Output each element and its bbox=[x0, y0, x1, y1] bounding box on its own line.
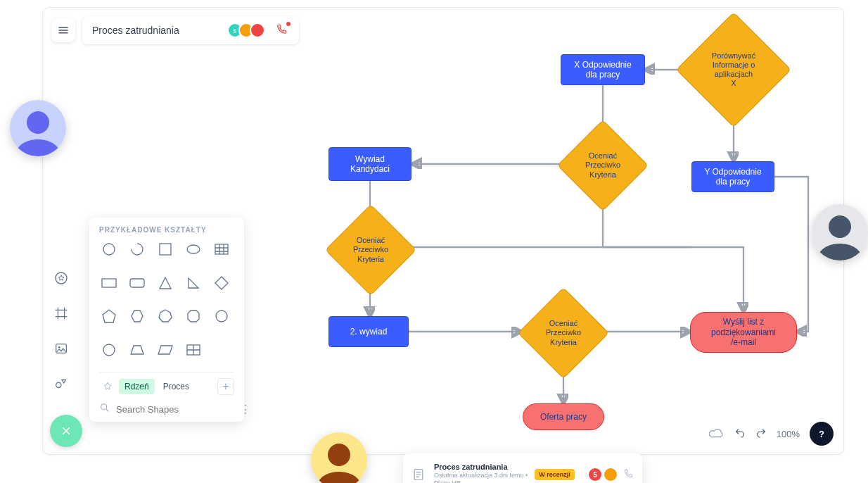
zoom-level[interactable]: 100% bbox=[777, 429, 800, 439]
shape-heptagon[interactable] bbox=[155, 306, 175, 326]
pin-icon[interactable] bbox=[99, 378, 116, 395]
shape-table[interactable] bbox=[212, 239, 231, 259]
shape-trapezoid[interactable] bbox=[127, 340, 147, 360]
shape-arc[interactable] bbox=[127, 239, 147, 259]
node-label: X Odpowiedniedla pracy bbox=[574, 60, 631, 80]
svg-point-26 bbox=[27, 111, 49, 134]
node-label: OceniaćPrzeciwkoKryteria bbox=[531, 301, 596, 365]
title-pill[interactable]: Proces zatrudniania s bbox=[82, 16, 299, 44]
shapes-panel-heading: PRZYKŁADOWE KSZTAŁTY bbox=[99, 226, 234, 234]
shapes-tabs: Rdzeń Proces + bbox=[99, 372, 234, 395]
node-compare[interactable]: PorównywaćInformacje oaplikacjachX bbox=[693, 29, 774, 111]
svg-point-28 bbox=[829, 215, 851, 238]
left-toolbar bbox=[51, 268, 71, 394]
avatar bbox=[250, 23, 265, 38]
tab-process[interactable]: Proces bbox=[158, 379, 195, 394]
shape-ellipse[interactable] bbox=[184, 239, 203, 259]
more-icon[interactable]: ⋮ bbox=[240, 403, 251, 416]
undo-button[interactable] bbox=[734, 427, 746, 441]
notification-dot-icon bbox=[286, 22, 291, 26]
svg-rect-7 bbox=[215, 244, 228, 254]
node-evaluate-3[interactable]: OceniaćPrzeciwkoKryteria bbox=[531, 301, 596, 365]
svg-point-30 bbox=[328, 444, 350, 466]
help-button[interactable]: ? bbox=[810, 422, 834, 446]
document-icon bbox=[411, 467, 427, 482]
shape-triangle[interactable] bbox=[155, 273, 175, 293]
collaborator-avatar-3[interactable] bbox=[311, 432, 367, 483]
avatar bbox=[604, 468, 617, 481]
frame-tool-button[interactable] bbox=[51, 303, 71, 323]
top-bar: Proces zatrudniania s bbox=[51, 16, 299, 44]
summary-subtitle: Ostatnia aktualizacja 3 dni temu • bbox=[434, 472, 528, 479]
node-label: OceniaćPrzeciwkoKryteria bbox=[338, 218, 403, 282]
tab-core[interactable]: Rdzeń bbox=[119, 379, 155, 394]
shape-decagon[interactable] bbox=[99, 340, 119, 360]
shapes-panel: PRZYKŁADOWE KSZTAŁTY Rdzeń Pro bbox=[89, 218, 244, 422]
node-evaluate-1[interactable]: OceniaćPrzeciwkoKryteria bbox=[570, 133, 635, 198]
summary-subtitle2: Plany HR bbox=[434, 479, 528, 483]
shape-parallelogram[interactable] bbox=[155, 340, 175, 360]
hamburger-icon bbox=[57, 24, 70, 37]
node-label: WywiadKandydaci bbox=[350, 154, 390, 175]
document-title: Proces zatrudniania bbox=[92, 25, 179, 36]
call-icon[interactable] bbox=[623, 468, 634, 481]
redo-button[interactable] bbox=[755, 427, 767, 441]
shape-circle[interactable] bbox=[99, 239, 119, 259]
shape-diamond[interactable] bbox=[212, 273, 231, 293]
svg-point-10 bbox=[216, 310, 227, 322]
svg-rect-8 bbox=[102, 279, 116, 287]
status-badge: W recenzji bbox=[535, 469, 575, 480]
summary-meta: Proces zatrudniania Ostatnia aktualizacj… bbox=[434, 463, 528, 483]
shape-rounded-rect[interactable] bbox=[127, 273, 147, 293]
collaborator-avatars[interactable]: s bbox=[227, 23, 265, 38]
shape-square[interactable] bbox=[155, 239, 175, 259]
draw-tool-button[interactable] bbox=[51, 374, 71, 394]
canvas-frame: Proces zatrudniania s bbox=[42, 7, 844, 455]
svg-point-6 bbox=[187, 245, 200, 253]
svg-point-2 bbox=[58, 346, 60, 349]
node-x-suitable[interactable]: X Odpowiedniedla pracy bbox=[561, 54, 645, 85]
shape-search-input[interactable] bbox=[116, 404, 234, 415]
shape-nonagon[interactable] bbox=[212, 306, 231, 326]
svg-point-0 bbox=[56, 272, 67, 284]
summary-title: Proces zatrudniania bbox=[434, 463, 528, 471]
node-interview[interactable]: WywiadKandydaci bbox=[328, 147, 411, 181]
shape-right-triangle[interactable] bbox=[184, 273, 203, 293]
document-summary-card[interactable]: Proces zatrudniania Ostatnia aktualizacj… bbox=[403, 453, 642, 483]
close-panel-fab[interactable] bbox=[50, 415, 82, 447]
node-label: OceniaćPrzeciwkoKryteria bbox=[570, 133, 635, 198]
shape-octagon[interactable] bbox=[184, 306, 203, 326]
shape-rect[interactable] bbox=[99, 273, 119, 293]
svg-point-4 bbox=[103, 244, 115, 255]
shape-grid[interactable] bbox=[184, 340, 203, 360]
svg-point-13 bbox=[101, 404, 107, 410]
node-offer[interactable]: Oferta pracy bbox=[523, 403, 604, 430]
shape-hexagon[interactable] bbox=[127, 306, 147, 326]
node-label: 2. wywiad bbox=[350, 327, 388, 337]
notification-count[interactable]: 5 bbox=[589, 468, 601, 481]
node-y-suitable[interactable]: Y Odpowiedniedla pracy bbox=[691, 161, 774, 192]
svg-rect-9 bbox=[130, 279, 144, 287]
collaborator-avatar-1[interactable] bbox=[10, 100, 66, 156]
node-label: Y Odpowiedniedla pracy bbox=[704, 167, 761, 187]
node-label: Oferta pracy bbox=[540, 412, 587, 422]
svg-rect-5 bbox=[160, 244, 171, 255]
shape-grid bbox=[99, 239, 234, 369]
add-tab-button[interactable]: + bbox=[217, 378, 234, 395]
shape-pentagon[interactable] bbox=[99, 306, 119, 326]
call-icon[interactable] bbox=[275, 23, 289, 37]
node-label: Wyślij list zpodziękowaniami /e-mail bbox=[711, 317, 776, 347]
bottom-right-tools: 100% ? bbox=[709, 422, 834, 446]
search-icon bbox=[99, 402, 110, 416]
node-send-thanks[interactable]: Wyślij list zpodziękowaniami /e-mail bbox=[690, 312, 797, 353]
shapes-tool-button[interactable] bbox=[51, 268, 71, 288]
collaborator-avatar-2[interactable] bbox=[812, 204, 868, 261]
shape-search: ⋮ bbox=[99, 395, 234, 416]
node-second-interview[interactable]: 2. wywiad bbox=[328, 316, 409, 347]
hamburger-menu-button[interactable] bbox=[51, 18, 75, 42]
cloud-sync-icon[interactable] bbox=[709, 427, 725, 441]
image-tool-button[interactable] bbox=[51, 339, 71, 358]
node-evaluate-2[interactable]: OceniaćPrzeciwkoKryteria bbox=[338, 218, 403, 282]
svg-point-11 bbox=[103, 344, 115, 356]
svg-point-3 bbox=[56, 382, 61, 387]
